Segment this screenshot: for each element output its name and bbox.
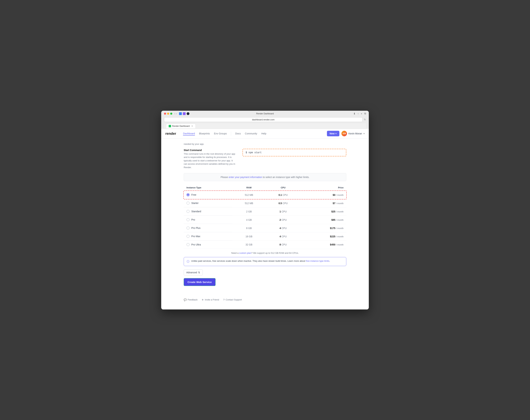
instance-name-cell[interactable]: Free xyxy=(184,191,232,199)
main-content: needed by your app. Start Command This c… xyxy=(170,138,360,309)
ext-icon-1 xyxy=(179,112,182,115)
custom-plan-link[interactable]: custom plan xyxy=(239,252,251,254)
feedback-icon: 💬 xyxy=(184,298,187,301)
top-nav: render Dashboard Blueprints Env Groups D… xyxy=(161,129,369,138)
col-price: Price xyxy=(301,185,346,191)
contact-label: Contact Support xyxy=(226,298,242,301)
start-command-description: This command runs in the root directory … xyxy=(184,152,236,169)
payment-link[interactable]: enter your payment information xyxy=(229,176,262,179)
browser-chrome: ‹ › Render Dashboard ⬇ ↑ + ⧉ dashboard.r… xyxy=(161,111,369,129)
radio-free[interactable] xyxy=(187,193,190,196)
tab-overview-icon[interactable]: ⧉ xyxy=(364,112,366,115)
instance-name: Free xyxy=(191,193,196,196)
radio-pro[interactable] xyxy=(187,218,190,221)
price-cell: $25 / month xyxy=(301,207,346,216)
table-row[interactable]: Free 512 MB 0.1 CPU $0 / month xyxy=(184,191,346,199)
instance-name-cell[interactable]: Pro xyxy=(184,216,232,224)
custom-plan-before: Need a xyxy=(231,252,239,254)
forward-icon[interactable]: › xyxy=(176,112,177,115)
info-text-before: Unlike paid services, free services scal… xyxy=(191,260,306,262)
address-bar-row: dashboard.render.com ↻ xyxy=(164,116,366,123)
instance-name-cell[interactable]: Standard xyxy=(184,207,232,216)
price-cell: $450 / month xyxy=(301,241,346,249)
share-icon: ↑ xyxy=(357,112,359,115)
radio-proultra[interactable] xyxy=(187,243,190,246)
info-box: ⓘ Unlike paid services, free services sc… xyxy=(184,257,346,266)
payment-text-before: Please xyxy=(221,176,229,179)
cpu-cell: 2 CPU xyxy=(265,216,301,224)
table-row[interactable]: Starter 512 MB 0.5 CPU $7 / month xyxy=(184,199,346,207)
instance-table-header: Instance Type RAM CPU Price xyxy=(184,185,346,191)
nav-link-help[interactable]: Help xyxy=(261,132,266,136)
create-web-service-button[interactable]: Create Web Service xyxy=(184,278,216,286)
col-ram: RAM xyxy=(232,185,265,191)
instance-name-cell[interactable]: Pro Plus xyxy=(184,224,232,232)
ext-icon-2 xyxy=(183,112,186,115)
radio-free-inner xyxy=(187,194,189,196)
add-tab-icon[interactable]: + xyxy=(361,112,362,115)
info-text-after: . xyxy=(329,260,330,262)
instance-name-cell[interactable]: Pro Ultra xyxy=(184,241,232,249)
nav-link-docs[interactable]: Docs xyxy=(235,132,241,136)
refresh-icon[interactable]: ↻ xyxy=(364,118,366,121)
payment-text-after: to select an instance type with higher l… xyxy=(262,176,309,179)
back-icon[interactable]: ‹ xyxy=(174,112,175,115)
ext-icon-3 xyxy=(187,112,190,115)
feedback-label: Feedback xyxy=(188,298,198,301)
cpu-cell: 0.5 CPU xyxy=(265,199,301,207)
window-controls: ⬇ ↑ + ⧉ xyxy=(353,112,366,115)
nav-link-community[interactable]: Community xyxy=(245,132,257,136)
nav-link-dashboard[interactable]: Dashboard xyxy=(183,132,195,136)
minimize-traffic-light[interactable] xyxy=(167,113,169,115)
price-cell: $85 / month xyxy=(301,216,346,224)
advanced-button[interactable]: Advanced ⇅ xyxy=(184,270,203,275)
browser-window: ‹ › Render Dashboard ⬇ ↑ + ⧉ dashboard.r… xyxy=(161,111,369,309)
nav-right: New + KM Kevin Moran ▾ xyxy=(327,131,365,136)
cpu-cell: 4 CPU xyxy=(265,232,301,241)
table-row[interactable]: Pro Ultra 32 GB 8 CPU $450 / month xyxy=(184,241,346,249)
tab-favicon xyxy=(169,125,171,127)
invite-icon: ✈ xyxy=(202,298,204,301)
cpu-cell: 8 CPU xyxy=(265,241,301,249)
ram-cell: 2 GB xyxy=(232,207,265,216)
address-bar[interactable]: dashboard.render.com xyxy=(164,117,363,122)
maximize-traffic-light[interactable] xyxy=(170,113,172,115)
radio-standard[interactable] xyxy=(187,210,190,213)
radio-starter[interactable] xyxy=(187,202,190,205)
invite-friend-link[interactable]: ✈ Invite a Friend xyxy=(202,298,219,301)
window-title: Render Dashboard xyxy=(256,112,274,115)
ram-cell: 32 GB xyxy=(232,241,265,249)
create-button-wrapper: Create Web Service xyxy=(184,278,346,291)
feedback-link[interactable]: 💬 Feedback xyxy=(184,298,198,301)
contact-support-link[interactable]: ? Contact Support xyxy=(223,298,242,301)
tab-close-icon[interactable]: ✕ xyxy=(191,125,193,127)
table-row[interactable]: Standard 2 GB 1 CPU $25 / month xyxy=(184,207,346,216)
start-command-input[interactable]: $ npm start xyxy=(243,149,346,156)
invite-label: Invite a Friend xyxy=(205,298,219,301)
traffic-lights xyxy=(164,113,172,115)
table-row[interactable]: Pro 4 GB 2 CPU $85 / month xyxy=(184,216,346,224)
browser-tab[interactable]: Render Dashboard ✕ xyxy=(166,124,196,128)
instance-name: Pro xyxy=(191,218,195,221)
table-row[interactable]: Pro Plus 8 GB 4 CPU $175 / month xyxy=(184,224,346,232)
instance-name-cell[interactable]: Pro Max xyxy=(184,232,232,240)
radio-promax[interactable] xyxy=(187,235,190,238)
user-menu[interactable]: KM Kevin Moran ▾ xyxy=(341,131,365,136)
info-link[interactable]: free instance type limits xyxy=(306,260,329,262)
radio-proplus[interactable] xyxy=(187,226,190,229)
table-row[interactable]: Pro Max 16 GB 4 CPU $225 / month xyxy=(184,232,346,241)
cpu-cell: 1 CPU xyxy=(265,207,301,216)
nav-links: Dashboard Blueprints Env Groups Docs Com… xyxy=(183,132,266,136)
truncated-text: needed by your app. xyxy=(184,143,346,145)
close-traffic-light[interactable] xyxy=(164,113,166,115)
command-input-area: $ npm start xyxy=(243,149,346,156)
new-button[interactable]: New + xyxy=(327,131,339,136)
nav-link-blueprints[interactable]: Blueprints xyxy=(199,132,210,136)
start-command-section: Start Command This command runs in the r… xyxy=(184,149,346,169)
nav-link-envgroups[interactable]: Env Groups xyxy=(214,132,227,136)
price-cell: $0 / month xyxy=(301,191,346,199)
nav-divider xyxy=(231,132,231,136)
col-cpu: CPU xyxy=(265,185,301,191)
app-content: render Dashboard Blueprints Env Groups D… xyxy=(161,129,369,309)
instance-name-cell[interactable]: Starter xyxy=(184,199,232,207)
